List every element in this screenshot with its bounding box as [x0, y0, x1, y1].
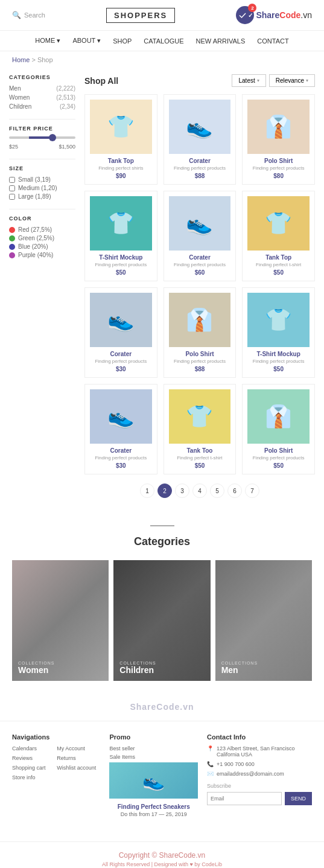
price-max: $1,500: [59, 144, 75, 150]
page-button[interactable]: 5: [210, 483, 224, 498]
nav-item-shop[interactable]: SHOP: [113, 37, 132, 45]
page-button[interactable]: 6: [227, 483, 242, 498]
color-item[interactable]: Green (2,5%): [9, 235, 75, 241]
collections-label: COLLECTIONS: [18, 661, 54, 665]
size-item[interactable]: Medium (1,20): [9, 185, 75, 191]
category-card[interactable]: COLLECTIONS Men: [215, 560, 312, 681]
product-name: Corater: [169, 254, 231, 261]
product-card[interactable]: 👔 Polo Shirt Finding perfect products $5…: [242, 384, 315, 474]
nav-item-new-arrivals[interactable]: NEW ARRIVALS: [196, 37, 246, 45]
nav-title: Navigations: [12, 733, 100, 741]
footer-nav-link[interactable]: Returns: [57, 755, 100, 761]
phone-icon: 📞: [207, 761, 214, 767]
category-card[interactable]: COLLECTIONS Women: [12, 560, 109, 681]
category-image: COLLECTIONS Men: [215, 560, 312, 681]
product-name: Corater: [90, 351, 152, 357]
category-label: COLLECTIONS Men: [221, 661, 258, 675]
product-name: Corater: [169, 158, 231, 164]
product-price: $30: [90, 366, 152, 372]
product-card[interactable]: 👟 Corater Finding perfect products $30: [84, 384, 157, 474]
product-desc: Finding perfect products: [247, 359, 310, 364]
product-desc: Finding perfect products: [247, 455, 310, 461]
collections-label: COLLECTIONS: [119, 661, 156, 665]
filter-latest-btn[interactable]: Latest ▾: [232, 74, 265, 87]
sidebar-category-item[interactable]: Men(2,222): [9, 85, 75, 92]
page-button[interactable]: 2: [157, 483, 172, 498]
page-button[interactable]: 1: [140, 483, 154, 498]
breadcrumb-current: Shop: [37, 56, 53, 63]
shop-title: Shop All: [84, 76, 118, 86]
header: 🔍 Search SHOPPERS 2 ShareCode.vn: [0, 0, 324, 31]
promo-link[interactable]: Sale Items: [109, 754, 198, 760]
footer-nav-link[interactable]: Calendars: [12, 745, 56, 752]
page-button[interactable]: 4: [192, 483, 207, 498]
product-card[interactable]: 👕 Tank Top Finding perfect shirts $90: [84, 94, 157, 185]
product-name: Polo Shirt: [247, 158, 310, 164]
product-card[interactable]: 👕 Tank Too Finding perfect t-shirt $50: [164, 384, 237, 474]
page-button[interactable]: 7: [245, 483, 259, 498]
product-card[interactable]: 👕 T-Shirt Mockup Finding perfect product…: [84, 191, 157, 281]
product-card[interactable]: 👕 Tank Top Finding perfect t-shirt $50: [242, 191, 315, 281]
contact-title: Contact Info: [207, 733, 312, 741]
size-item[interactable]: Small (3,19): [9, 176, 75, 183]
footer-nav-link[interactable]: [57, 774, 100, 780]
product-price: $50: [169, 462, 231, 469]
sidebar-category-item[interactable]: Women(2,513): [9, 94, 75, 101]
contact-phone: +1 900 700 600: [217, 761, 255, 767]
contact-email: emailaddress@domain.com: [217, 771, 284, 777]
product-name: Tank Top: [247, 254, 310, 261]
footer-nav-link[interactable]: Store info: [12, 774, 56, 780]
product-price: $50: [247, 269, 310, 276]
product-price: $80: [247, 173, 310, 179]
search-icon: 🔍: [12, 11, 21, 19]
search-label: Search: [24, 11, 45, 19]
breadcrumb-home[interactable]: Home: [12, 56, 30, 63]
product-name: Tank Too: [169, 447, 231, 454]
promo-product-title: Finding Perfect Sneakers: [109, 803, 198, 810]
product-price: $50: [247, 462, 310, 469]
chevron-down-icon-2: ▾: [306, 78, 308, 83]
footer: Navigations CalendarsMy AccountReviewsRe…: [0, 721, 324, 841]
footer-nav-link[interactable]: Shopping cart: [12, 765, 56, 771]
nav-item-contact[interactable]: CONTACT: [257, 37, 288, 45]
product-name: Corater: [90, 447, 152, 454]
product-card[interactable]: 👟 Corater Finding perfect products $88: [164, 94, 237, 185]
product-card[interactable]: 👔 Polo Shirt Finding perfect products $8…: [164, 287, 237, 378]
color-item[interactable]: Blue (20%): [9, 243, 75, 250]
product-name: Polo Shirt: [247, 447, 310, 454]
size-item[interactable]: Large (1,89): [9, 193, 75, 200]
product-card[interactable]: 👕 T-Shirt Mockup Finding perfect product…: [242, 287, 315, 378]
subscribe-input[interactable]: [207, 792, 282, 805]
product-price: $50: [90, 269, 152, 276]
location-icon: 📍: [207, 745, 214, 752]
shop-area: Shop All Latest ▾ Relevance ▾ 👕 Tank Top…: [84, 74, 315, 507]
promo-link[interactable]: Best seller: [109, 745, 198, 752]
footer-contact-col: Contact Info 📍 123 Albert Street, San Fr…: [207, 733, 312, 817]
product-card[interactable]: 👟 Corater Finding perfect products $60: [164, 191, 237, 281]
collections-label: COLLECTIONS: [221, 661, 258, 665]
filter-relevance-btn[interactable]: Relevance ▾: [269, 74, 315, 87]
footer-nav-link[interactable]: My Account: [57, 745, 100, 752]
logo-center[interactable]: SHOPPERS: [106, 8, 175, 23]
nav-item-home[interactable]: HOME ▾: [35, 37, 60, 45]
footer-nav-link[interactable]: Reviews: [12, 755, 56, 761]
search-area[interactable]: 🔍 Search: [12, 11, 45, 19]
page-button[interactable]: 3: [175, 483, 189, 498]
footer-nav-link[interactable]: Wishlist account: [57, 765, 100, 771]
category-card[interactable]: COLLECTIONS Children: [113, 560, 210, 681]
product-name: Tank Top: [90, 158, 152, 164]
product-price: $90: [90, 173, 152, 179]
breadcrumb-separator: >: [31, 56, 37, 63]
product-image: 👕: [90, 196, 152, 251]
product-name: Polo Shirt: [169, 351, 231, 357]
nav-item-about[interactable]: ABOUT ▾: [72, 37, 101, 45]
color-item[interactable]: Red (27,5%): [9, 226, 75, 233]
product-card[interactable]: 👟 Corater Finding perfect products $30: [84, 287, 157, 378]
subscribe-label: Subscribe: [207, 783, 312, 789]
subscribe-button[interactable]: SEND: [285, 792, 312, 805]
color-item[interactable]: Purple (40%): [9, 252, 75, 258]
sidebar-category-item[interactable]: Children(2,34): [9, 103, 75, 110]
product-card[interactable]: 👔 Polo Shirt Finding perfect products $8…: [242, 94, 315, 185]
nav-item-catalogue[interactable]: CATALOGUE: [144, 37, 183, 45]
category-label: COLLECTIONS Children: [119, 661, 156, 675]
